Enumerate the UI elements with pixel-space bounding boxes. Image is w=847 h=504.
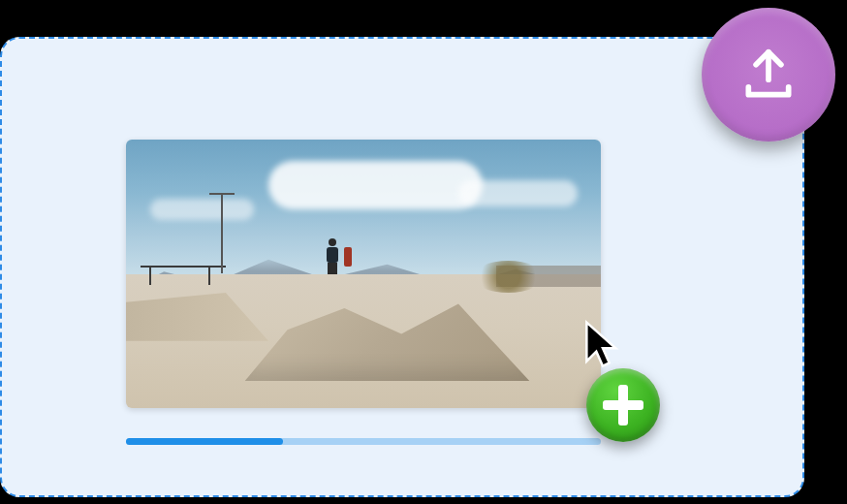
video-thumbnail[interactable] bbox=[126, 140, 601, 408]
thumbnail-cloud bbox=[268, 161, 483, 209]
thumbnail-lightpole bbox=[221, 193, 223, 273]
upload-canvas[interactable] bbox=[0, 37, 804, 497]
thumbnail-person bbox=[344, 247, 352, 267]
add-button[interactable] bbox=[586, 368, 660, 442]
upload-button[interactable] bbox=[702, 8, 835, 142]
thumbnail-cloud bbox=[458, 180, 578, 207]
thumbnail-rail bbox=[141, 266, 226, 268]
upload-progress-fill bbox=[126, 438, 283, 445]
upload-progress-track[interactable] bbox=[126, 438, 601, 445]
thumbnail-cloud bbox=[150, 199, 255, 220]
thumbnail-trees bbox=[473, 261, 545, 293]
upload-icon bbox=[738, 45, 799, 105]
thumbnail-person bbox=[326, 238, 339, 273]
